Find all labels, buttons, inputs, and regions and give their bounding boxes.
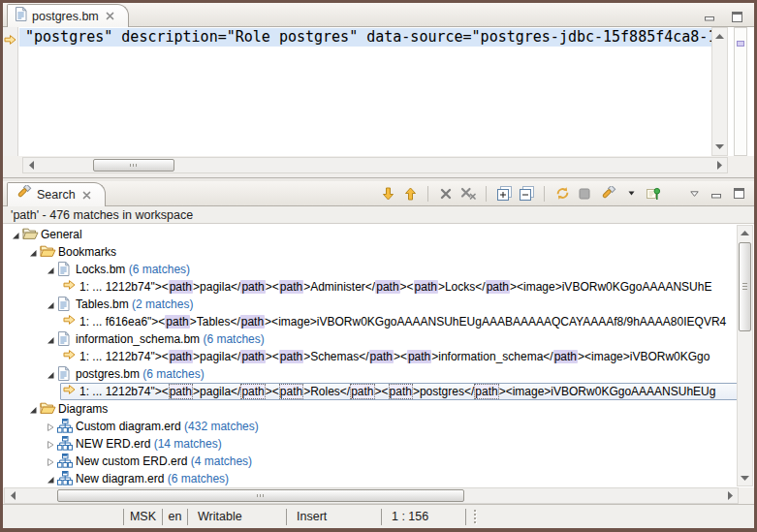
tree-item-new-custom-erd-erd[interactable]: New custom ERD.erd (4 matches) <box>3 453 754 470</box>
tree-item-new-erd-erd[interactable]: NEW ERD.erd (14 matches) <box>3 435 754 453</box>
status-cell-writable: Writable <box>187 509 286 525</box>
run-search-again-icon[interactable] <box>554 185 570 203</box>
twistie-expanded-icon[interactable] <box>46 299 55 309</box>
editor-text-area[interactable]: "postgres" description="Role postgres" d… <box>19 28 711 156</box>
twistie-expanded-icon[interactable] <box>11 230 20 239</box>
overview-ruler[interactable] <box>734 27 747 156</box>
workbench: postgres.bm "postgres" description="Role… <box>3 3 754 528</box>
tab-search[interactable]: Search <box>7 182 106 206</box>
scroll-right-icon[interactable] <box>722 488 738 503</box>
scrollbar-thumb[interactable] <box>57 489 464 502</box>
match-highlight: path <box>279 280 303 294</box>
twistie-collapsed-icon[interactable] <box>46 439 55 449</box>
twistie-expanded-icon[interactable] <box>28 247 38 257</box>
scrollbar-thumb[interactable] <box>93 159 174 172</box>
match-highlight: path <box>169 384 193 399</box>
folder-icon <box>40 244 56 261</box>
tab-postgres-bm[interactable]: postgres.bm <box>7 4 129 27</box>
tree-item-information-schema-bm[interactable]: information_schema.bm (6 matches) <box>3 330 754 348</box>
scroll-up-icon[interactable] <box>738 226 752 240</box>
match-highlight: path <box>389 384 413 399</box>
toolbar-separator <box>544 186 545 202</box>
remove-all-matches-icon[interactable] <box>460 185 476 203</box>
scroll-left-icon[interactable] <box>5 488 20 503</box>
cancel-search-icon[interactable] <box>577 185 592 203</box>
match-text-segment: >< <box>375 385 389 398</box>
tree-item-bookmarks[interactable]: Bookmarks <box>3 243 754 261</box>
match-text-segment: >pagila</ <box>193 350 240 363</box>
search-tab-bar: Search <box>3 181 754 206</box>
expand-all-icon[interactable] <box>496 185 512 203</box>
occurrence-marker-icon <box>4 32 16 49</box>
item-label-text: Locks.bm <box>76 263 125 276</box>
twistie-expanded-icon[interactable] <box>46 334 55 344</box>
minimize-icon[interactable] <box>702 8 717 25</box>
tree-item-tables-bm[interactable]: Tables.bm (2 matches) <box>3 296 754 313</box>
annotation-ruler[interactable] <box>3 27 18 156</box>
search-tree: GeneralBookmarksLocks.bm (6 matches)1: .… <box>3 224 754 487</box>
file-icon <box>57 262 70 279</box>
editor-vertical-scrollbar[interactable] <box>711 27 728 156</box>
tree-item-new-diagram-erd[interactable]: New diagram.erd (6 matches) <box>3 470 754 487</box>
file-icon <box>57 297 70 314</box>
item-label: Bookmarks <box>58 243 116 261</box>
scroll-down-icon[interactable] <box>738 471 752 485</box>
file-icon <box>57 331 70 349</box>
editor-horizontal-scrollbar[interactable] <box>22 157 728 173</box>
match-highlight: path <box>375 280 399 294</box>
overview-match-marker[interactable] <box>737 41 744 47</box>
twistie-expanded-icon[interactable] <box>46 265 55 274</box>
twistie-collapsed-icon[interactable] <box>46 456 55 466</box>
match-text-segment: 1: ... 1212b74">< <box>79 385 169 398</box>
show-previous-match-icon[interactable] <box>402 185 418 203</box>
tree-vertical-scrollbar[interactable] <box>737 225 753 486</box>
tree-item-custom-diagram-erd[interactable]: Custom diagram.erd (432 matches) <box>3 418 754 435</box>
close-tab-icon[interactable] <box>82 191 91 200</box>
twistie-expanded-icon[interactable] <box>28 404 38 414</box>
match-text: 1: ... 1212b74"><path>pagila</path><path… <box>79 348 710 365</box>
dropdown-arrow-icon[interactable] <box>623 185 639 203</box>
twistie-expanded-icon[interactable] <box>46 369 55 379</box>
item-label-text: postgres.bm <box>76 367 140 381</box>
item-label: Tables.bm (2 matches) <box>76 296 193 313</box>
twistie-expanded-icon[interactable] <box>46 474 55 484</box>
view-menu-icon[interactable] <box>686 185 702 203</box>
tree-item-postgres-bm[interactable]: postgres.bm (6 matches) <box>3 365 754 383</box>
match-text-segment: >Locks</ <box>438 280 486 294</box>
match-arrow-icon <box>63 314 76 329</box>
show-next-match-icon[interactable] <box>380 185 395 203</box>
collapse-all-icon[interactable] <box>519 185 534 203</box>
tab-label: Search <box>37 188 76 202</box>
tree-item-diagrams[interactable]: Diagrams <box>3 400 754 418</box>
scroll-right-icon[interactable] <box>711 158 727 172</box>
match-highlight: path <box>279 384 303 399</box>
search-match-row[interactable]: 1: ... 1212b74"><path>pagila</path><path… <box>3 383 754 400</box>
item-label-text: information_schema.bm <box>76 332 200 346</box>
minimize-icon[interactable] <box>709 185 724 203</box>
editor-body[interactable]: "postgres" description="Role postgres" d… <box>3 27 754 156</box>
file-document-icon <box>15 7 27 25</box>
scroll-left-icon[interactable] <box>23 158 39 172</box>
toolbar-separator <box>486 186 487 202</box>
search-match-row[interactable]: 1: ... 1212b74"><path>pagila</path><path… <box>3 278 754 296</box>
remove-selected-matches-icon[interactable] <box>438 185 454 203</box>
match-highlight: path <box>407 350 431 363</box>
status-grip <box>474 510 476 523</box>
close-tab-icon[interactable] <box>106 12 114 20</box>
tab-label: postgres.bm <box>32 10 99 23</box>
toolbar-separator <box>427 186 428 202</box>
search-match-row[interactable]: 1: ... f616ea6"><path>Tables</path><imag… <box>3 313 754 330</box>
tree-item-general[interactable]: General <box>3 226 754 243</box>
maximize-icon[interactable] <box>731 185 746 203</box>
twistie-collapsed-icon[interactable] <box>46 422 55 431</box>
scroll-down-icon[interactable] <box>712 140 727 154</box>
item-label: Diagrams <box>58 400 108 418</box>
search-match-row[interactable]: 1: ... 1212b74"><path>pagila</path><path… <box>3 348 754 365</box>
previous-searches-icon[interactable] <box>599 185 616 203</box>
maximize-icon[interactable] <box>729 8 744 25</box>
scroll-up-icon[interactable] <box>712 29 727 44</box>
tree-item-locks-bm[interactable]: Locks.bm (6 matches) <box>3 261 754 278</box>
pin-view-icon[interactable] <box>646 185 661 203</box>
scrollbar-thumb[interactable] <box>739 242 751 331</box>
search-horizontal-scrollbar[interactable] <box>4 487 739 504</box>
